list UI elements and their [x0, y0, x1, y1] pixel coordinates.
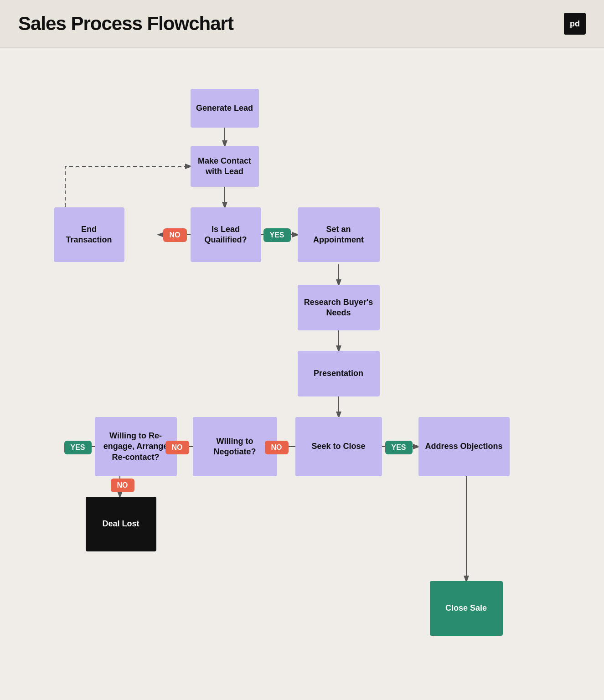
willing-reengage-box: Willing to Re-engage, Arrange Re-contact…: [95, 417, 177, 476]
page-header: Sales Process Flowchart pd: [0, 0, 604, 48]
presentation-box: Presentation: [298, 351, 380, 396]
set-appointment-box: Set an Appointment: [298, 207, 380, 262]
logo-badge: pd: [564, 13, 586, 35]
make-contact-box: Make Contact with Lead: [191, 146, 259, 187]
no-badge-qualified-end: NO: [163, 228, 187, 242]
yes-badge-seek-address: YES: [385, 441, 413, 454]
deal-lost-box: Deal Lost: [86, 497, 156, 551]
generate-lead-box: Generate Lead: [191, 89, 259, 128]
page-title: Sales Process Flowchart: [18, 13, 233, 35]
yes-badge-reengage: YES: [64, 441, 92, 454]
is-qualified-box: Is Lead Quailified?: [191, 207, 261, 262]
research-needs-box: Research Buyer's Needs: [298, 285, 380, 330]
no-badge-reengage-lost: NO: [111, 479, 134, 492]
close-sale-box: Close Sale: [430, 581, 503, 636]
yes-badge-qualified-set: YES: [263, 228, 291, 242]
seek-close-box: Seek to Close: [295, 417, 382, 476]
end-transaction-box: End Transaction: [54, 207, 124, 262]
willing-negotiate-box: Willing to Negotiate?: [193, 417, 277, 476]
no-badge-seek-negotiate: NO: [265, 441, 289, 454]
flowchart-container: Generate Lead Make Contact with Lead Is …: [0, 48, 604, 700]
flow-wrapper: Generate Lead Make Contact with Lead Is …: [29, 66, 576, 695]
address-objections-box: Address Objections: [418, 417, 510, 476]
no-badge-negotiate-reengage: NO: [165, 441, 189, 454]
